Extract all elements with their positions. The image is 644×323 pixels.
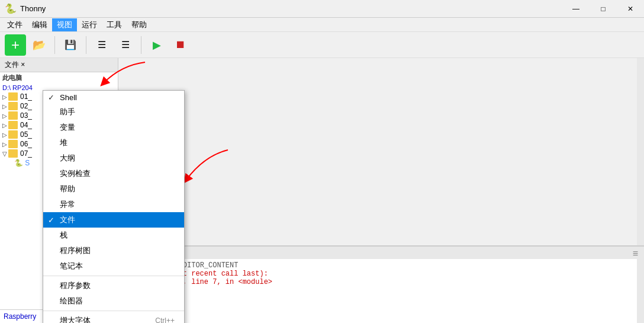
title-bar: 🐍 Thonny — □ ✕	[0, 0, 644, 18]
files-title: 文件 ×	[5, 60, 25, 70]
shell-error-line1: Traceback (most recent call last):	[123, 270, 639, 278]
menu-bar: 文件编辑视图运行工具帮助	[0, 18, 644, 32]
view-dropdown-menu: Shell助手变量堆大纲实例检查帮助异常文件栈程序树图笔记本程序参数绘图器增大字…	[43, 90, 185, 323]
maximize-button[interactable]: □	[590, 0, 617, 18]
run-button[interactable]: ▶	[146, 34, 168, 56]
align-left-button[interactable]: ☰	[91, 34, 112, 56]
menu-item-增大字体[interactable]: 增大字体Ctrl++	[43, 313, 184, 323]
menu-item-label: 助手	[60, 107, 75, 117]
minimize-button[interactable]: —	[562, 0, 590, 18]
menu-item-label: 程序参数	[60, 280, 91, 291]
shell-tab-bar: Shell × ≡	[118, 246, 644, 259]
close-button[interactable]: ✕	[617, 0, 644, 18]
menu-item-label: 文件	[60, 215, 75, 225]
menu-item-label: 程序树图	[60, 245, 91, 256]
shell-scrollbar[interactable]	[637, 259, 644, 323]
menu-item-label: 堆	[60, 137, 67, 148]
menu-item-异常[interactable]: 异常	[43, 197, 184, 212]
menu-item-程序参数[interactable]: 程序参数	[43, 278, 184, 293]
menu-item-工具[interactable]: 工具	[102, 18, 127, 31]
menu-item-堆[interactable]: 堆	[43, 135, 184, 151]
menu-item-助手[interactable]: 助手	[43, 104, 184, 120]
new-file-button[interactable]: +	[5, 34, 26, 56]
main-layout: 文件 × 此电脑 D:\ RP204 ▷01_▷02_▷03_▷04_▷05_▷…	[0, 58, 644, 323]
shell-error-line2: File "<stdin>", line 7, in <module>	[123, 278, 639, 286]
menu-item-实例检查[interactable]: 实例检查	[43, 166, 184, 181]
window-controls: — □ ✕	[562, 0, 644, 18]
menu-item-文件[interactable]: 文件	[2, 18, 27, 31]
shell-panel-menu[interactable]: ≡	[629, 248, 642, 259]
menu-item-帮助[interactable]: 帮助	[43, 181, 184, 197]
menu-item-栈[interactable]: 栈	[43, 228, 184, 243]
menu-item-视图[interactable]: 视图	[52, 18, 77, 31]
menu-item-label: 笔记本	[60, 261, 83, 271]
menu-item-label: 绘图器	[60, 296, 83, 306]
pc-label: 此电脑	[0, 72, 118, 84]
shell-panel: Shell × ≡ >>> %Run -c $EDITOR_CONTENT Tr…	[118, 246, 644, 323]
toolbar-separator-2	[86, 36, 86, 54]
editor-scrollbar[interactable]	[637, 58, 644, 245]
menu-item-label: 异常	[60, 199, 75, 210]
menu-item-label: 大纲	[60, 153, 75, 164]
menu-item-大纲[interactable]: 大纲	[43, 151, 184, 166]
align-center-button[interactable]: ☰	[115, 34, 136, 56]
menu-item-笔记本[interactable]: 笔记本	[43, 258, 184, 274]
menu-item-程序树图[interactable]: 程序树图	[43, 243, 184, 258]
open-file-button[interactable]: 📂	[28, 34, 50, 56]
editor-area[interactable]	[118, 58, 644, 246]
files-header[interactable]: 文件 ×	[0, 58, 118, 72]
shell-content[interactable]: >>> %Run -c $EDITOR_CONTENT Traceback (m…	[118, 259, 644, 323]
menu-item-label: 帮助	[60, 184, 75, 194]
title-text: Thonny	[20, 4, 46, 13]
menu-item-帮助[interactable]: 帮助	[127, 18, 152, 31]
menu-item-变量[interactable]: 变量	[43, 120, 184, 135]
toolbar-separator-1	[54, 36, 55, 54]
toolbar-separator-3	[141, 36, 141, 54]
menu-item-文件[interactable]: 文件	[43, 212, 184, 228]
app-icon: 🐍	[5, 3, 17, 14]
menu-item-Shell[interactable]: Shell	[43, 91, 184, 104]
menu-item-label: 变量	[60, 122, 75, 133]
toolbar: + 📂 💾 ☰ ☰ ▶ ⏹	[0, 32, 644, 58]
menu-item-label: 实例检查	[60, 168, 91, 179]
save-button[interactable]: 💾	[60, 34, 81, 56]
menu-item-label: 栈	[60, 230, 67, 241]
menu-item-编辑[interactable]: 编辑	[27, 18, 52, 31]
stop-button[interactable]: ⏹	[170, 34, 191, 56]
menu-separator	[43, 311, 184, 311]
menu-item-label: Shell	[60, 93, 77, 102]
menu-item-shortcut: Ctrl++	[155, 316, 175, 323]
menu-item-label: 增大字体	[60, 315, 91, 323]
menu-separator	[43, 276, 184, 276]
menu-item-运行[interactable]: 运行	[77, 18, 102, 31]
shell-command-line: >>> %Run -c $EDITOR_CONTENT	[123, 261, 639, 270]
right-panel: Shell × ≡ >>> %Run -c $EDITOR_CONTENT Tr…	[118, 58, 644, 323]
menu-item-绘图器[interactable]: 绘图器	[43, 293, 184, 309]
